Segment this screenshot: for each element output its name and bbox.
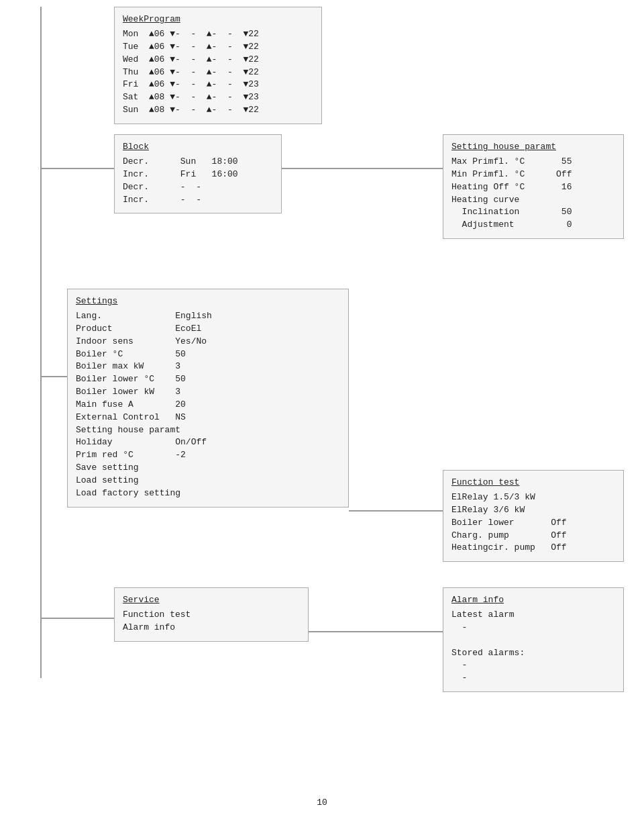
setting-house-content: Max Primfl. °C 55 Min Primfl. °C Off Hea… bbox=[451, 156, 615, 232]
setting-house-box: Setting house paramt Max Primfl. °C 55 M… bbox=[443, 134, 624, 239]
left-sidebar-line bbox=[40, 7, 42, 678]
settings-title: Settings bbox=[76, 296, 340, 306]
settings-content: Lang. English Product EcoEl Indoor sens … bbox=[76, 310, 340, 500]
connector-alarm-h bbox=[309, 631, 443, 632]
alarm-info-content: Latest alarm - Stored alarms: - - bbox=[451, 609, 615, 685]
page-number: 10 bbox=[317, 798, 327, 808]
connector-settings-h bbox=[40, 376, 67, 377]
block-content: Decr. Sun 18:00 Incr. Fri 16:00 Decr. - … bbox=[123, 156, 273, 206]
block-title: Block bbox=[123, 142, 273, 152]
block-box: Block Decr. Sun 18:00 Incr. Fri 16:00 De… bbox=[114, 134, 282, 213]
alarm-info-box: Alarm info Latest alarm - Stored alarms:… bbox=[443, 587, 624, 692]
function-test-content: ElRelay 1.5/3 kW ElRelay 3/6 kW Boiler l… bbox=[451, 491, 615, 554]
service-content: Function test Alarm info bbox=[123, 609, 300, 634]
page-container: WeekProgram Mon ▲06 ▼- - ▲- - ▼22 Tue ▲0… bbox=[0, 0, 644, 821]
service-box: Service Function test Alarm info bbox=[114, 587, 309, 642]
alarm-info-title: Alarm info bbox=[451, 595, 615, 605]
connector-setting-house-h bbox=[282, 168, 443, 169]
function-test-title: Function test bbox=[451, 477, 615, 487]
connector-service-h bbox=[40, 618, 114, 619]
weekprogram-box: WeekProgram Mon ▲06 ▼- - ▲- - ▼22 Tue ▲0… bbox=[114, 7, 322, 124]
weekprogram-title: WeekProgram bbox=[123, 14, 313, 24]
connector-block-h bbox=[40, 168, 114, 169]
setting-house-title: Setting house paramt bbox=[451, 142, 615, 152]
function-test-box: Function test ElRelay 1.5/3 kW ElRelay 3… bbox=[443, 470, 624, 562]
service-title: Service bbox=[123, 595, 300, 605]
settings-box: Settings Lang. English Product EcoEl Ind… bbox=[67, 289, 349, 508]
weekprogram-content: Mon ▲06 ▼- - ▲- - ▼22 Tue ▲06 ▼- - ▲- - … bbox=[123, 28, 313, 117]
connector-functest-h bbox=[349, 510, 443, 512]
